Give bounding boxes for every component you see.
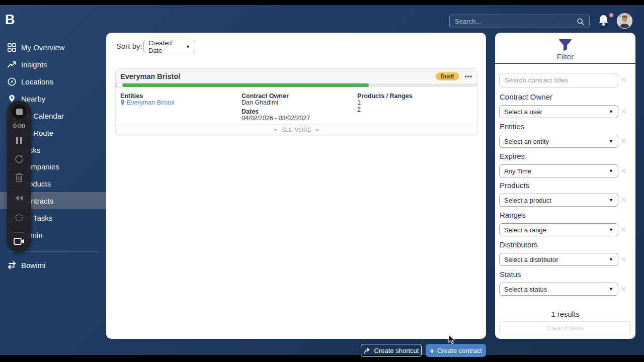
create-contract-label: Create contract: [437, 347, 482, 354]
app-background: B: [0, 5, 644, 355]
filter-section-label: Products: [500, 181, 529, 190]
contract-owner-value: Dan Ghadimi: [242, 99, 278, 106]
filter-select-ranges[interactable]: Select a range ▼: [499, 223, 618, 236]
entity-link[interactable]: Everyman Bristol: [120, 99, 174, 106]
contract-title-search-input[interactable]: [500, 76, 618, 84]
notifications-button[interactable]: [598, 14, 609, 29]
dots-grid-icon: [14, 212, 25, 223]
create-shortcut-button[interactable]: Create shortcut: [361, 344, 422, 357]
filter-section-label: Expires: [500, 152, 525, 160]
progress-handle: [116, 82, 123, 88]
clear-filters-button[interactable]: Clear Filters: [499, 321, 631, 334]
search-icon: [576, 18, 585, 26]
global-search[interactable]: [449, 15, 590, 28]
filter-select-contract-owner[interactable]: Select a user ▼: [499, 105, 618, 118]
pause-recording-button[interactable]: [7, 137, 31, 144]
overflow-menu-icon[interactable]: •••: [464, 73, 472, 80]
dashboard-icon: [6, 42, 17, 52]
shortcut-arrow-icon: [364, 347, 371, 354]
effects-button[interactable]: [7, 212, 31, 223]
notification-badge: [609, 13, 613, 17]
sidebar-item-my-overview[interactable]: My Overview: [0, 39, 106, 56]
dates-label: Dates: [242, 108, 259, 115]
filter-select-status[interactable]: Select a status ▼: [499, 283, 618, 296]
filter-divider: [495, 63, 635, 64]
select-value: Select a status: [504, 286, 547, 293]
filter-section-label: Ranges: [500, 211, 526, 219]
contract-progress-track: [116, 83, 477, 87]
clear-filter-icon[interactable]: ✕: [620, 107, 627, 116]
sidebar-item-label: Bowimi: [21, 261, 45, 269]
stop-icon: [16, 109, 23, 115]
clear-search-icon[interactable]: ✕: [620, 75, 627, 84]
contract-title: Everyman Bristol: [120, 72, 436, 80]
see-more-label: SEE MORE: [281, 127, 311, 133]
clear-filter-icon[interactable]: ✕: [620, 225, 627, 234]
chevron-down-icon: ▼: [609, 109, 613, 114]
app-logo[interactable]: B: [5, 12, 15, 28]
contract-owner-label: Contract Owner: [242, 93, 289, 100]
select-value: Any Time: [504, 167, 531, 175]
camera-button[interactable]: [7, 237, 31, 246]
recording-timer: 0:00: [7, 123, 31, 130]
search-input[interactable]: [450, 18, 576, 25]
clear-filter-icon[interactable]: ✕: [620, 196, 627, 205]
chevron-down-icon: ▼: [609, 257, 613, 262]
sidebar-item-label: Insights: [21, 60, 47, 69]
sidebar-item-locations[interactable]: Locations: [0, 73, 106, 90]
filter-section-label: Entities: [500, 122, 524, 131]
clear-filter-icon[interactable]: ✕: [620, 255, 627, 264]
sort-dropdown[interactable]: Created Date ▼: [143, 40, 195, 53]
chevron-down-icon: [273, 128, 278, 131]
filter-section-label: Status: [500, 270, 521, 279]
locations-icon: [6, 76, 17, 86]
letterbox-top: [0, 0, 644, 5]
contract-title-search[interactable]: [499, 73, 618, 87]
video-camera-icon: [13, 237, 25, 246]
chevron-down-icon: [315, 128, 319, 131]
pause-icon: [16, 137, 22, 144]
contract-card[interactable]: Everyman Bristol Draft ••• Entities Ever…: [115, 68, 477, 135]
filter-select-products[interactable]: Select a product ▼: [499, 194, 618, 207]
sidebar-item-label: My Overview: [21, 43, 65, 52]
select-value: Select a range: [504, 226, 546, 234]
entities-label: Entities: [120, 93, 143, 100]
screen: B: [0, 0, 644, 362]
ranges-count: 2: [357, 106, 361, 113]
products-count: 1: [357, 99, 361, 106]
filter-panel-title: Filter: [495, 52, 635, 61]
sidebar-item-insights[interactable]: Insights: [0, 56, 106, 73]
status-badge: Draft: [436, 72, 459, 80]
chevron-down-icon: ▼: [609, 139, 613, 144]
restart-icon: [14, 154, 25, 165]
select-value: Select a user: [504, 108, 542, 116]
stop-recording-button[interactable]: [7, 104, 31, 119]
chevron-down-icon: ▼: [609, 287, 613, 292]
sidebar-item-label: Locations: [21, 77, 53, 86]
clear-filter-icon[interactable]: ✕: [620, 166, 627, 175]
discard-recording-button[interactable]: [7, 172, 31, 183]
clear-filter-icon[interactable]: ✕: [620, 285, 627, 294]
user-avatar[interactable]: [617, 13, 632, 29]
create-contract-button[interactable]: + Create contract: [426, 344, 486, 357]
select-value: Select an entity: [504, 138, 549, 145]
select-value: Select a product: [504, 197, 551, 204]
sort-value: Created Date: [148, 39, 186, 54]
mouse-cursor: [448, 334, 456, 345]
contracts-list-panel: Sort by: Created Date ▼ Everyman Bristol…: [106, 33, 486, 339]
chevron-down-icon: ▼: [609, 198, 613, 203]
rewind-button[interactable]: [7, 194, 31, 203]
filter-select-entities[interactable]: Select an entity ▼: [499, 135, 618, 148]
plus-icon: +: [430, 347, 434, 354]
clear-filter-icon[interactable]: ✕: [620, 137, 627, 146]
filter-icon: [558, 39, 572, 51]
sidebar-item-bowimi[interactable]: Bowimi: [0, 256, 106, 274]
restart-recording-button[interactable]: [7, 154, 31, 165]
filter-select-distributors[interactable]: Select a distributor ▼: [499, 253, 618, 266]
contract-card-header: Everyman Bristol Draft •••: [116, 69, 477, 83]
filter-section-label: Contract Owner: [500, 93, 552, 101]
see-more-button[interactable]: SEE MORE: [116, 124, 477, 135]
pin-icon: [120, 100, 125, 106]
filter-select-expires[interactable]: Any Time ▼: [499, 164, 618, 177]
letterbox-bottom: [0, 355, 644, 362]
